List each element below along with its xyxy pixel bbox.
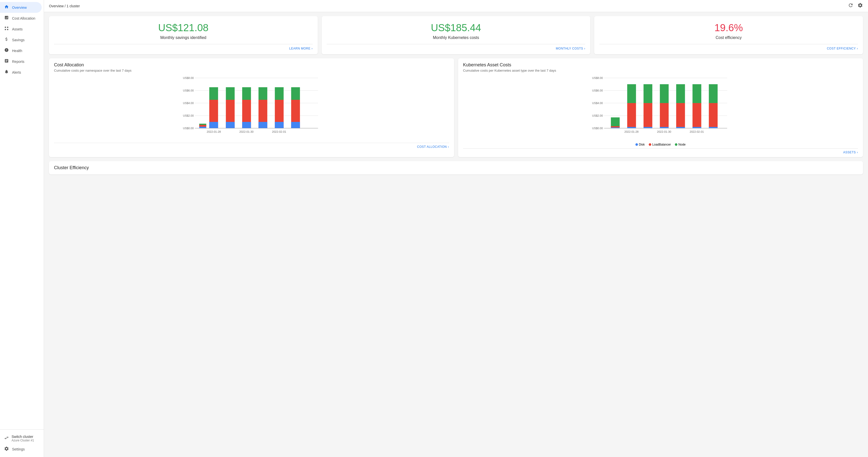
svg-rect-20 xyxy=(226,122,235,128)
monthly-costs-arrow: › xyxy=(584,47,585,50)
kubernetes-asset-title: Kubernetes Asset Costs xyxy=(463,62,858,67)
cost-allocation-link[interactable]: COST ALLOCATION › xyxy=(417,145,449,148)
cluster-efficiency-title: Cluster Efficiency xyxy=(54,165,858,170)
refresh-icon[interactable] xyxy=(848,2,854,9)
svg-rect-61 xyxy=(676,127,685,128)
monthly-costs-link[interactable]: MONTHLY COSTS › xyxy=(556,47,585,50)
efficiency-value: 19.6% xyxy=(714,22,743,33)
cost-allocation-icon xyxy=(4,15,9,21)
svg-rect-63 xyxy=(692,103,701,127)
svg-rect-64 xyxy=(692,127,701,128)
svg-text:US$4.00: US$4.00 xyxy=(592,102,603,105)
sidebar-label-savings: Savings xyxy=(12,38,25,42)
sidebar-item-alerts[interactable]: Alerts xyxy=(0,67,42,78)
kubernetes-legend: Disk LoadBalancer Node xyxy=(463,143,858,146)
svg-text:US$6.00: US$6.00 xyxy=(183,89,194,92)
svg-rect-52 xyxy=(627,127,636,128)
svg-text:2022-01-28: 2022-01-28 xyxy=(624,130,639,133)
svg-text:2022-02-01: 2022-02-01 xyxy=(272,130,286,133)
svg-text:US$2.00: US$2.00 xyxy=(592,114,603,117)
legend-loadbalancer: LoadBalancer xyxy=(649,143,671,146)
sidebar-label-health: Health xyxy=(12,49,22,53)
sidebar-item-savings[interactable]: Savings xyxy=(0,34,42,45)
sidebar: Overview Cost Allocation Assets Savings xyxy=(0,0,44,457)
kubernetes-asset-chart: Kubernetes Asset Costs Cumulative costs … xyxy=(458,58,863,157)
svg-rect-18 xyxy=(226,87,235,100)
svg-text:US$0.00: US$0.00 xyxy=(183,127,194,130)
svg-text:US$4.00: US$4.00 xyxy=(183,102,194,105)
sidebar-item-overview[interactable]: Overview xyxy=(0,2,42,13)
svg-rect-29 xyxy=(275,122,284,128)
kubernetes-asset-footer: ASSETS › xyxy=(463,148,858,154)
kubernetes-asset-chart-area: US$8.00 US$6.00 US$4.00 US$2.00 US$0.00 xyxy=(463,76,858,141)
disk-label: Disk xyxy=(639,143,645,146)
sidebar-item-cost-allocation[interactable]: Cost Allocation xyxy=(0,13,42,24)
svg-text:!: ! xyxy=(6,49,7,52)
svg-text:2022-02-01: 2022-02-01 xyxy=(690,130,704,133)
topbar: Overview / 1 cluster xyxy=(44,0,868,12)
svg-rect-55 xyxy=(644,127,652,128)
cost-allocation-arrow: › xyxy=(448,145,449,148)
assets-icon xyxy=(4,26,9,32)
topbar-actions xyxy=(848,2,863,9)
kubernetes-asset-subtitle: Cumulative costs per Kubernetes asset ty… xyxy=(463,68,858,73)
svg-rect-53 xyxy=(644,84,652,103)
svg-rect-30 xyxy=(291,87,300,100)
cost-efficiency-arrow: › xyxy=(857,47,858,50)
sidebar-item-health[interactable]: ! Health xyxy=(0,45,42,56)
svg-rect-21 xyxy=(242,87,251,100)
svg-rect-47 xyxy=(611,117,620,127)
svg-text:US$8.00: US$8.00 xyxy=(183,77,194,80)
legend-node: Node xyxy=(675,143,686,146)
svg-rect-27 xyxy=(275,87,284,100)
cluster-efficiency-card: Cluster Efficiency xyxy=(49,161,863,174)
efficiency-label: Cost efficiency xyxy=(716,35,742,40)
settings-label: Settings xyxy=(12,447,25,451)
switch-cluster-icon xyxy=(4,435,9,442)
sidebar-nav: Overview Cost Allocation Assets Savings xyxy=(0,0,44,429)
svg-rect-56 xyxy=(660,84,669,103)
savings-divider xyxy=(54,44,313,44)
sidebar-label-alerts: Alerts xyxy=(12,70,21,75)
sidebar-label-cost-allocation: Cost Allocation xyxy=(12,16,35,20)
learn-more-link[interactable]: LEARN MORE › xyxy=(289,47,313,50)
svg-rect-62 xyxy=(692,84,701,103)
k8s-label: Monthly Kubernetes costs xyxy=(433,35,479,40)
alerts-icon xyxy=(4,69,9,75)
sidebar-label-reports: Reports xyxy=(12,60,24,64)
svg-text:US$6.00: US$6.00 xyxy=(592,89,603,92)
cost-allocation-chart-area: US$8.00 US$6.00 US$4.00 US$2.00 US$0.00 xyxy=(54,76,449,141)
svg-rect-51 xyxy=(627,103,636,127)
switch-cluster-button[interactable]: Switch cluster Azure Cluster #1 xyxy=(2,433,42,444)
cost-allocation-title: Cost Allocation xyxy=(54,62,449,67)
cost-allocation-subtitle: Cumulative costs per namespace over the … xyxy=(54,68,449,73)
switch-cluster-label: Switch cluster xyxy=(11,435,34,439)
svg-rect-17 xyxy=(209,122,218,128)
reports-icon xyxy=(4,59,9,64)
summary-cards: US$121.08 Monthly savings identified LEA… xyxy=(44,12,868,58)
sidebar-label-overview: Overview xyxy=(12,5,27,9)
settings-icon xyxy=(4,446,9,452)
assets-link[interactable]: ASSETS › xyxy=(843,150,858,154)
cost-efficiency-link[interactable]: COST EFFICIENCY › xyxy=(827,47,858,50)
savings-label: Monthly savings identified xyxy=(160,35,206,40)
svg-rect-59 xyxy=(676,84,685,103)
savings-value: US$121.08 xyxy=(158,22,209,33)
sidebar-item-reports[interactable]: Reports xyxy=(0,56,42,67)
k8s-divider xyxy=(327,44,585,44)
settings-button[interactable]: Settings xyxy=(2,444,42,454)
svg-text:US$8.00: US$8.00 xyxy=(592,77,603,80)
savings-icon xyxy=(4,37,9,43)
legend-disk: Disk xyxy=(636,143,645,146)
svg-rect-66 xyxy=(709,103,718,127)
sidebar-item-assets[interactable]: Assets xyxy=(0,24,42,34)
loadbalancer-dot xyxy=(649,143,651,146)
svg-rect-54 xyxy=(644,103,652,127)
charts-row: Cost Allocation Cumulative costs per nam… xyxy=(44,58,868,161)
settings-topbar-icon[interactable] xyxy=(858,2,863,9)
switch-cluster-text: Switch cluster Azure Cluster #1 xyxy=(11,435,34,442)
main-content: Overview / 1 cluster US$121.08 Monthly s… xyxy=(44,0,868,457)
svg-rect-15 xyxy=(209,87,218,100)
svg-text:2022-01-30: 2022-01-30 xyxy=(657,130,671,133)
breadcrumb: Overview / 1 cluster xyxy=(49,4,80,8)
